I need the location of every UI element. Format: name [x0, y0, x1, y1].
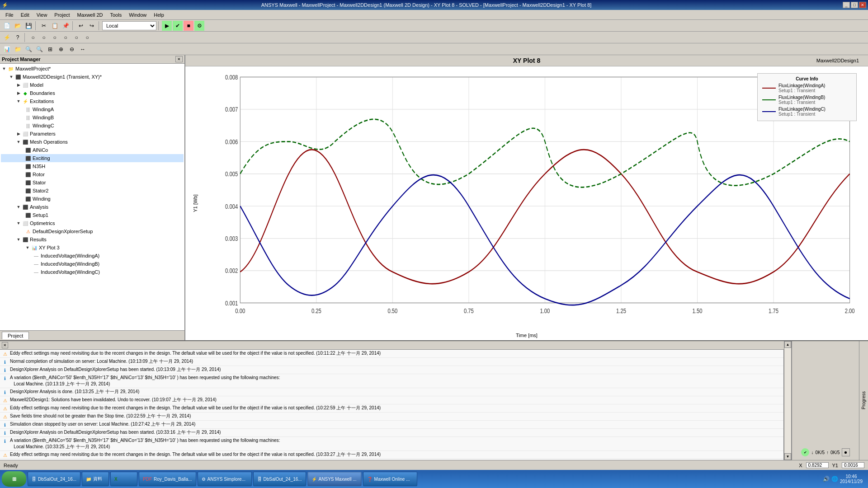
menu-file[interactable]: File	[2, 11, 17, 19]
menu-view[interactable]: View	[33, 11, 51, 19]
pm-close-button[interactable]: ✕	[175, 56, 183, 62]
tree-item-stator2[interactable]: ⬛ Stator2	[1, 187, 184, 195]
tree-item-model[interactable]: ▶ ⬜ Model	[1, 81, 184, 89]
save-button[interactable]: 💾	[24, 21, 33, 31]
undo-button[interactable]: ↩	[76, 21, 86, 31]
tree-item-parameters[interactable]: ▶ ⬜ Parameters	[1, 130, 184, 138]
expand-icon[interactable]: ▼	[8, 74, 14, 80]
scroll-up-button[interactable]: ▲	[784, 341, 791, 348]
menu-project[interactable]: Project	[51, 11, 73, 19]
tb3-btn2[interactable]: 📁	[13, 44, 23, 54]
taskbar-item-1[interactable]: 🗄 DbSalOut_24_16...	[28, 472, 80, 486]
tb2-btn4[interactable]: ○	[39, 33, 49, 42]
start-button[interactable]: ⊞	[2, 471, 26, 487]
tb2-btn6[interactable]: ○	[61, 33, 71, 42]
copy-button[interactable]: 📋	[50, 21, 60, 31]
expand-icon[interactable]: ▼	[15, 204, 22, 210]
clock-display[interactable]: 10:46 2014/11/29	[840, 474, 863, 484]
expand-icon[interactable]: ▼	[15, 139, 22, 145]
tb3-btn8[interactable]: ↔	[78, 44, 88, 54]
close-messages-button[interactable]: ✕	[2, 342, 8, 348]
restore-button[interactable]: □	[851, 2, 858, 8]
new-button[interactable]: 📄	[2, 21, 12, 31]
cut-button[interactable]: ✂	[39, 21, 49, 31]
tree-item-windingA[interactable]: ||| WindingA	[1, 105, 184, 113]
tb2-btn3[interactable]: ○	[28, 33, 38, 42]
tb3-btn7[interactable]: ⊖	[67, 44, 77, 54]
expand-icon[interactable]: ▶	[15, 90, 22, 96]
menu-maxwell2d[interactable]: Maxwell 2D	[74, 11, 107, 19]
redo-button[interactable]: ↪	[87, 21, 97, 31]
tree-item-n35h[interactable]: ⬛ N35H	[1, 162, 184, 170]
tree-item-maxwellproject[interactable]: ▼ 📁 MaxwellProject*	[1, 65, 184, 73]
tree-item-exciting[interactable]: ⬛ Exciting	[1, 154, 184, 162]
analyze-button[interactable]: ⚙	[194, 21, 204, 31]
progress-btn[interactable]: ⏺	[842, 448, 850, 456]
taskbar-item-7[interactable]: ⚡ ANSYS Maxwell ...	[307, 472, 362, 486]
menu-help[interactable]: Help	[150, 11, 168, 19]
minimize-button[interactable]: _	[843, 2, 850, 8]
menu-edit[interactable]: Edit	[17, 11, 33, 19]
open-button[interactable]: 📂	[13, 21, 23, 31]
tree-item-windingC[interactable]: ||| WindingC	[1, 122, 184, 130]
expand-icon[interactable]: ▼	[15, 98, 22, 104]
tree-item-ddxsetup[interactable]: ⚠ DefaultDesignXplorerSetup	[1, 227, 184, 235]
expand-icon[interactable]: ▼	[1, 66, 7, 72]
taskbar-item-4[interactable]: PDF Roy_Davis_Balla...	[139, 472, 196, 486]
tree-item-windingB[interactable]: ||| WindingB	[1, 113, 184, 122]
scroll-down-button[interactable]: ▼	[784, 453, 791, 460]
taskbar-label-7: ANSYS Maxwell ...	[319, 477, 357, 482]
tb3-btn5[interactable]: ⊞	[45, 44, 55, 54]
tree-item-results[interactable]: ▼ ⬛ Results	[1, 235, 184, 244]
tree-item-boundaries[interactable]: ▶ ◆ Boundaries	[1, 89, 184, 97]
tb2-btn5[interactable]: ○	[50, 33, 60, 42]
project-tab[interactable]: Project	[2, 332, 29, 339]
taskbar-item-3[interactable]: X	[110, 472, 137, 486]
expand-icon[interactable]: ▼	[15, 236, 22, 243]
message-scrollbar[interactable]: ▲ ▼	[784, 341, 791, 460]
tb2-btn1[interactable]: ⚡	[2, 33, 12, 42]
tree-item-indvA[interactable]: — InducedVoltage(WindingA)	[1, 252, 184, 260]
tree-item-excitations[interactable]: ▼ ⚡ Excitations	[1, 97, 184, 105]
tree-label: Maxwell2DDesign1 (Transient, XY)*	[23, 74, 102, 80]
tree-item-indvB[interactable]: — InducedVoltage(WindingB)	[1, 260, 184, 268]
expand-icon[interactable]: ▶	[15, 131, 22, 137]
message-panel[interactable]: ⚠ Eddy effect settings may need revisiti…	[0, 350, 784, 460]
taskbar-item-8[interactable]: ❓ Maxwell Online ...	[363, 472, 417, 486]
tree-item-indvC[interactable]: — InducedVoltage(WindingC)	[1, 268, 184, 276]
expand-icon[interactable]: ▼	[15, 220, 22, 226]
taskbar-item-5[interactable]: ⚙ ANSYS Simplore...	[198, 472, 252, 486]
zoom-out-button[interactable]: 🔍	[34, 44, 44, 54]
project-tree[interactable]: ▼ 📁 MaxwellProject* ▼ ⬛ Maxwell2DDesign1…	[0, 64, 184, 330]
zoom-in-button[interactable]: 🔍	[24, 44, 33, 54]
expand-icon[interactable]: ▶	[15, 82, 22, 88]
window-controls[interactable]: _ □ ✕	[843, 2, 866, 8]
tree-item-mesh[interactable]: ▼ ⬛ Mesh Operations	[1, 138, 184, 146]
validate-button[interactable]: ✔	[173, 21, 183, 31]
tree-item-setup1[interactable]: ⬛ Setup1	[1, 211, 184, 219]
tb2-btn2[interactable]: ?	[13, 33, 23, 42]
close-button[interactable]: ✕	[859, 2, 866, 8]
tb3-btn1[interactable]: 📊	[2, 44, 12, 54]
stop-button[interactable]: ■	[184, 21, 193, 31]
tree-item-xyplot3[interactable]: ▼ 📊 XY Plot 3	[1, 244, 184, 252]
tb3-btn6[interactable]: ⊕	[56, 44, 66, 54]
tb2-btn8[interactable]: ○	[82, 33, 92, 42]
context-dropdown[interactable]: Local	[102, 21, 156, 30]
menu-tools[interactable]: Tools	[106, 11, 125, 19]
run-button[interactable]: ▶	[162, 21, 172, 31]
tree-item-design[interactable]: ▼ ⬛ Maxwell2DDesign1 (Transient, XY)*	[1, 73, 184, 81]
tree-item-optimetrics[interactable]: ▼ ⬜ Optimetrics	[1, 219, 184, 227]
tree-item-stator[interactable]: ⬛ Stator	[1, 178, 184, 187]
taskbar-item-6[interactable]: 🗄 DbSalOut_24_16...	[253, 472, 306, 486]
tree-item-winding[interactable]: ⬛ Winding	[1, 195, 184, 203]
taskbar-item-2[interactable]: 📁 資料	[82, 472, 109, 486]
tb2-btn7[interactable]: ○	[71, 33, 81, 42]
expand-icon[interactable]: ▼	[24, 244, 31, 251]
paste-button[interactable]: 📌	[61, 21, 71, 31]
tree-item-rotor[interactable]: ⬛ Rotor	[1, 170, 184, 178]
menu-window[interactable]: Window	[125, 11, 150, 19]
tree-item-analysis[interactable]: ▼ ⬛ Analysis	[1, 203, 184, 211]
tree-item-alnico[interactable]: ⬛ AlNiCo	[1, 146, 184, 154]
optimetrics-icon: ⬜	[22, 220, 29, 227]
